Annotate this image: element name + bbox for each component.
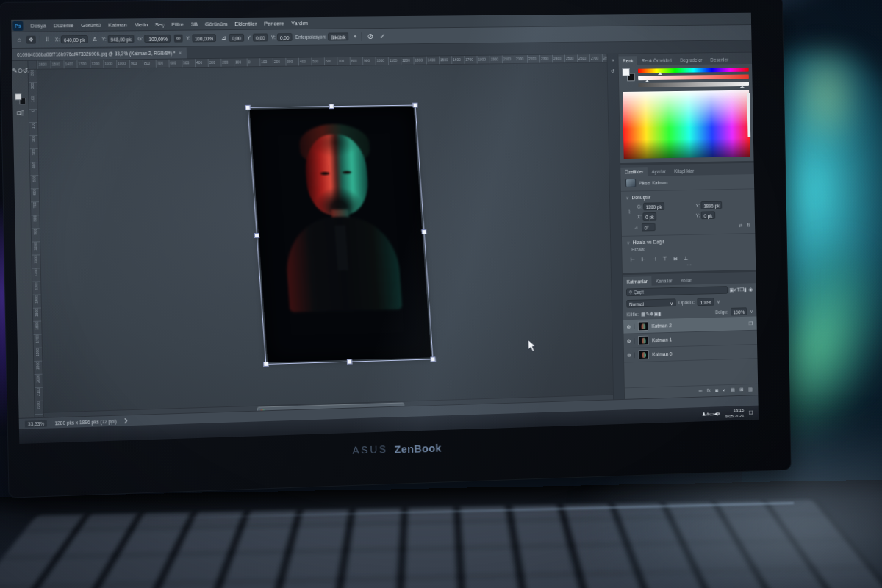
menu-item[interactable]: Yardım xyxy=(287,18,312,28)
tray-icon[interactable]: ◀× xyxy=(714,411,720,416)
color-panel-swatches[interactable] xyxy=(622,68,634,82)
blend-mode-select[interactable]: Normal∨ xyxy=(626,298,675,307)
y-input[interactable]: 948,00 pk xyxy=(107,35,135,43)
prop-height-input[interactable]: 1896 pk xyxy=(701,201,723,209)
chevron-down-icon[interactable]: ∨ xyxy=(627,240,630,245)
interpolation-select[interactable]: Bikübik xyxy=(328,32,348,40)
cancel-transform-icon[interactable]: ⊘ xyxy=(366,32,375,40)
zoom-level-input[interactable]: 33,33% xyxy=(25,420,48,427)
panel-tab[interactable]: Kitaplıklar xyxy=(670,166,698,176)
transform-handle[interactable] xyxy=(254,233,259,238)
vskew-input[interactable]: 0,00 xyxy=(277,33,292,41)
layers-bottom-icon[interactable]: ◐ xyxy=(723,387,725,393)
layer-thumbnail[interactable] xyxy=(639,350,649,359)
transform-handle[interactable] xyxy=(263,362,268,367)
transform-handle[interactable] xyxy=(421,229,426,234)
panel-tab[interactable]: Renk xyxy=(618,56,637,65)
layer-filter-icon[interactable]: ▮ xyxy=(744,287,747,292)
hskew-input[interactable]: 0,00 xyxy=(253,33,268,41)
panel-tab[interactable]: Ayarlar xyxy=(648,167,670,176)
taskbar-clock[interactable]: 16:15 9.05.2021 xyxy=(725,407,745,419)
warp-mode-icon[interactable]: ⌖ xyxy=(352,33,358,40)
panel-tab[interactable]: Yollar xyxy=(676,276,696,285)
transform-tool-icon[interactable]: ❖ xyxy=(26,36,36,44)
layers-bottom-icon[interactable]: ▥ xyxy=(748,387,753,392)
layer-visibility-eye-icon[interactable]: ⊚ xyxy=(624,352,635,358)
slider-knob[interactable] xyxy=(658,72,662,75)
align-section-title[interactable]: Hizala ve Dağıt xyxy=(633,239,664,245)
transform-handle[interactable] xyxy=(329,104,334,109)
layers-bottom-icon[interactable]: ◙ xyxy=(715,387,718,393)
layers-bottom-icon[interactable]: ⊞ xyxy=(739,387,743,392)
menu-item[interactable]: Eklentiler xyxy=(231,18,260,28)
spectrum-scrollbar[interactable] xyxy=(747,93,750,137)
panel-tab[interactable]: Özellikler xyxy=(620,167,648,176)
flip-horizontal-icon[interactable]: ⇄ xyxy=(739,222,742,228)
panel-strip-icon[interactable]: » xyxy=(612,58,614,63)
toolbar-mode-icon[interactable]: ▯ xyxy=(21,109,24,116)
menu-item[interactable]: Görüntü xyxy=(77,20,104,29)
align-icon[interactable]: ⊢ xyxy=(631,257,635,263)
canvas[interactable] xyxy=(37,62,614,417)
layer-name[interactable]: Katman 0 xyxy=(652,351,672,357)
flip-vertical-icon[interactable]: ⇅ xyxy=(747,222,750,228)
height-input[interactable]: 100,00% xyxy=(192,34,216,42)
close-tab-icon[interactable]: × xyxy=(179,51,182,56)
link-dimensions-icon[interactable]: ∞ xyxy=(174,35,183,43)
hue-slider[interactable] xyxy=(638,68,749,74)
layers-bottom-icon[interactable]: ▤ xyxy=(731,387,735,393)
align-icon[interactable]: ⊤ xyxy=(662,256,667,262)
layer-visibility-eye-icon[interactable]: ⊚ xyxy=(624,338,635,344)
angle-input[interactable]: 0,00 xyxy=(229,34,243,42)
menu-item[interactable]: Dosya xyxy=(26,21,50,30)
chevron-down-icon[interactable]: ∨ xyxy=(625,195,628,200)
align-icon[interactable]: ⊣ xyxy=(652,256,656,262)
transform-selection[interactable] xyxy=(250,107,431,362)
x-input[interactable]: 640,00 pk xyxy=(61,35,88,43)
align-icon[interactable]: ⊟ xyxy=(673,255,678,262)
chevron-down-icon[interactable]: ∨ xyxy=(717,298,720,304)
reference-point-icon[interactable]: ⠿ xyxy=(44,36,51,43)
menu-item[interactable]: Katman xyxy=(104,20,131,29)
transform-handle[interactable] xyxy=(347,359,352,365)
menu-item[interactable]: 3B xyxy=(187,19,201,29)
transform-section-title[interactable]: Dönüştür xyxy=(631,195,650,200)
panel-strip-icon[interactable]: ↺ xyxy=(611,68,615,74)
brightness-slider[interactable] xyxy=(638,82,749,87)
opacity-input[interactable]: 100% xyxy=(698,298,714,306)
home-icon[interactable]: ⌂ xyxy=(16,37,23,43)
transform-bounding-box[interactable] xyxy=(248,105,434,365)
fill-input[interactable]: 100% xyxy=(731,307,747,315)
panel-tab[interactable]: Katmanlar xyxy=(623,276,652,287)
layer-name[interactable]: Katman 1 xyxy=(652,337,672,343)
panel-tab[interactable]: Renk Örnekleri xyxy=(637,56,675,65)
notification-center-icon[interactable]: ❏ xyxy=(749,410,753,416)
prop-angle-input[interactable]: 0° xyxy=(642,223,656,231)
prop-width-input[interactable]: 1280 pk xyxy=(643,202,664,210)
prop-y-input[interactable]: 0 pk xyxy=(701,211,715,219)
transform-handle[interactable] xyxy=(245,105,250,110)
status-chevron-icon[interactable]: ❯ xyxy=(124,417,129,423)
relative-position-icon[interactable]: Δ xyxy=(91,36,98,43)
layers-bottom-icon[interactable]: ∞ xyxy=(699,388,703,394)
width-input[interactable]: -100,00% xyxy=(144,35,171,43)
align-icon[interactable]: ⊥ xyxy=(684,255,688,262)
menu-item[interactable]: Filtre xyxy=(168,19,187,29)
ruler-corner[interactable] xyxy=(28,61,37,70)
layer-search-input[interactable]: ⚲ Çeşit xyxy=(626,286,728,296)
layer-name[interactable]: Katman 2 xyxy=(652,323,672,329)
slider-knob[interactable] xyxy=(645,79,649,82)
layer-thumbnail[interactable] xyxy=(638,321,648,331)
transform-handle[interactable] xyxy=(412,103,417,108)
slider-knob[interactable] xyxy=(740,85,745,88)
keyboard-keys[interactable] xyxy=(0,500,882,588)
prop-x-input[interactable]: 0 pk xyxy=(642,212,656,220)
layer-thumbnail[interactable] xyxy=(638,336,648,345)
foreground-color-swatch[interactable] xyxy=(622,68,630,76)
document-tab[interactable]: 010964036ba06f716b976af473326906.jpg @ 3… xyxy=(12,47,187,60)
layer-visibility-eye-icon[interactable]: ⊚ xyxy=(623,323,634,329)
saturation-slider[interactable] xyxy=(638,74,749,80)
menu-item[interactable]: Metin xyxy=(131,20,151,29)
layers-bottom-icon[interactable]: fx xyxy=(707,388,711,394)
color-spectrum-picker[interactable] xyxy=(623,90,750,159)
